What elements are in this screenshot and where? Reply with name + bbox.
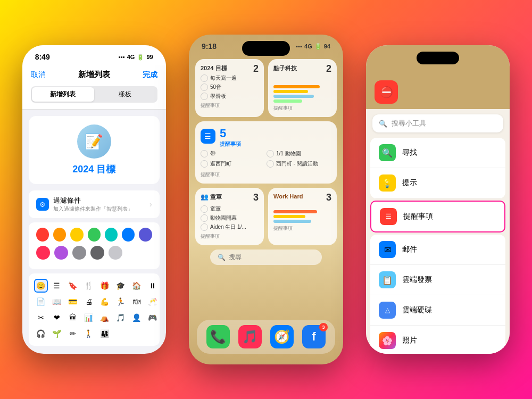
icon-pause[interactable]: ⏸: [146, 279, 160, 293]
list-item-find[interactable]: 🔍 尋找: [370, 138, 505, 168]
icon-bank[interactable]: 🏛: [66, 311, 80, 325]
icon-food[interactable]: 🍽: [130, 295, 144, 309]
list-item-tips[interactable]: 💡 提示: [370, 168, 505, 198]
icon-chart[interactable]: 📊: [82, 311, 96, 325]
icon-graduate[interactable]: 🎓: [114, 279, 128, 293]
battery-icon: 🔋: [137, 54, 144, 61]
icon-headphone[interactable]: 🎧: [34, 327, 48, 340]
dock-facebook[interactable]: f 3: [302, 325, 326, 348]
icon-family[interactable]: 👨‍👩‍👦: [98, 327, 112, 340]
color-bar: [273, 85, 320, 88]
icon-game[interactable]: 🎮: [146, 311, 160, 325]
find-label: 尋找: [402, 148, 497, 157]
color-yellow[interactable]: [70, 228, 83, 242]
reminders-list-label: 提醒事項: [403, 212, 496, 221]
phone-2-screen: 9:18 ▪▪▪ 4G 🔋 94 2024 目標 2 每天寫一遍 50音: [189, 35, 343, 364]
segment-template[interactable]: 樣板: [94, 87, 156, 102]
search-bar-phone2[interactable]: 🔍 搜尋: [210, 250, 322, 265]
widget-list-section-2: ✉ 郵件 📋 雲端發票 △ 雲端硬碟 🌸 照片: [370, 235, 505, 354]
scout-item: Aiden 生日 1/...: [201, 223, 259, 231]
color-gray[interactable]: [72, 246, 86, 260]
icon-muscle[interactable]: 💪: [98, 295, 112, 309]
checkbox: [267, 160, 274, 168]
widget-search-bar[interactable]: 🔍 搜尋小工具: [372, 114, 503, 132]
color-section: [29, 222, 160, 269]
widget-label-wide: 提醒事項: [201, 171, 331, 178]
color-green[interactable]: [88, 228, 101, 242]
list-item-drive[interactable]: △ 雲端硬碟: [370, 295, 505, 326]
icon-doc[interactable]: 📄: [34, 295, 48, 309]
icon-walk[interactable]: 🚶: [82, 327, 96, 340]
icon-emoji[interactable]: 😊: [34, 279, 48, 293]
checkbox: [201, 214, 208, 222]
icon-run[interactable]: 🏃: [114, 295, 128, 309]
icon-gift[interactable]: 🎁: [98, 279, 112, 293]
icon-grid: 😊 ☰ 🔖 🍴 🎁 🎓 🏠 ⏸ 📄 📖 💳 🖨 💪 🏃 🍽 🥂 ✂ ❤ 🏛: [34, 279, 154, 340]
icon-person[interactable]: 👤: [130, 311, 144, 325]
widget-grid: 2024 目標 2 每天寫一遍 50音 學滑板 提醒事項 點子科技: [189, 55, 343, 250]
color-row-2: [36, 246, 152, 260]
done-button[interactable]: 完成: [143, 70, 157, 80]
color-purple[interactable]: [54, 246, 68, 260]
mail-icon: ✉: [379, 241, 396, 258]
color-teal[interactable]: [105, 228, 118, 242]
color-orange[interactable]: [53, 228, 66, 242]
color-bar: [273, 99, 303, 103]
carrier-label-2: 4G: [304, 43, 312, 49]
widget-title-2: 點子科技: [273, 64, 331, 72]
dynamic-island-3: [417, 52, 459, 64]
icon-wine[interactable]: 🥂: [146, 295, 160, 309]
icon-fork[interactable]: 🍴: [82, 279, 96, 293]
icon-card[interactable]: 💳: [66, 295, 80, 309]
filter-row[interactable]: ⚙ 過濾條件 加入過濾條件來製作「智慧列表」 ›: [29, 190, 160, 218]
widget-count-scouts: 3: [253, 192, 259, 203]
icon-list[interactable]: ☰: [50, 279, 64, 293]
color-bar: [273, 90, 308, 93]
battery-level: 99: [146, 54, 153, 60]
icon-book[interactable]: 📖: [50, 295, 64, 309]
work-hard-title: Work Hard: [273, 193, 331, 200]
color-indigo[interactable]: [139, 228, 152, 242]
list-item-receipt[interactable]: 📋 雲端發票: [370, 265, 505, 295]
list-item-reminders-highlighted[interactable]: ☰ 提醒事項: [370, 201, 505, 232]
segment-new-list[interactable]: 新增列表: [32, 87, 94, 102]
list-item-mail[interactable]: ✉ 郵件: [370, 235, 505, 265]
reminder-item: 1/1 動物園: [267, 150, 331, 157]
icon-pen[interactable]: ✏: [66, 327, 80, 340]
color-pink[interactable]: [36, 246, 50, 260]
color-light-gray[interactable]: [109, 246, 122, 260]
icon-house[interactable]: 🏠: [130, 279, 144, 293]
icon-music[interactable]: 🎵: [114, 311, 128, 325]
icon-heart[interactable]: ❤: [50, 311, 64, 325]
color-blue[interactable]: [122, 228, 135, 242]
filter-left: ⚙ 過濾條件 加入過濾條件來製作「智慧列表」: [36, 196, 133, 213]
color-red[interactable]: [36, 228, 49, 242]
icon-tent[interactable]: ⛺: [98, 311, 112, 325]
filter-label: 過濾條件: [53, 196, 133, 205]
dock-safari[interactable]: 🧭: [270, 325, 294, 348]
checkbox: [201, 205, 208, 213]
icon-scissor[interactable]: ✂: [34, 311, 48, 325]
list-icon-emoji: 📝: [85, 133, 103, 151]
widget-label-scouts: 提醒事項: [201, 233, 259, 240]
scout-text: Aiden 生日 1/...: [210, 223, 246, 231]
page-title: 新增列表: [78, 70, 110, 80]
photos-label: 照片: [402, 336, 497, 345]
phone1-header: 取消 新增列表 完成 新增列表 樣板: [22, 65, 166, 110]
color-dark-gray[interactable]: [90, 246, 104, 260]
checkbox: [201, 160, 208, 168]
drive-icon: △: [379, 302, 396, 319]
reminders-label: 提醒事項: [220, 140, 241, 148]
icon-leaf[interactable]: 🌱: [50, 327, 64, 340]
widget-text: 50音: [210, 84, 221, 91]
cancel-button[interactable]: 取消: [31, 70, 46, 80]
dock-music[interactable]: 🎵: [238, 325, 262, 348]
list-item-photos[interactable]: 🌸 照片: [370, 326, 505, 354]
icon-bookmark[interactable]: 🔖: [66, 279, 80, 293]
icon-printer[interactable]: 🖨: [82, 295, 96, 309]
dock-phone[interactable]: 📞: [206, 325, 230, 348]
phone-3: ⛔ 🔍 搜尋小工具 🔍 尋找 💡 提示: [366, 45, 510, 354]
reminders-list-icon: ☰: [380, 208, 397, 225]
reminder-text: 逛西門町: [210, 160, 231, 168]
phone-2: 9:18 ▪▪▪ 4G 🔋 94 2024 目標 2 每天寫一遍 50音: [189, 35, 343, 364]
